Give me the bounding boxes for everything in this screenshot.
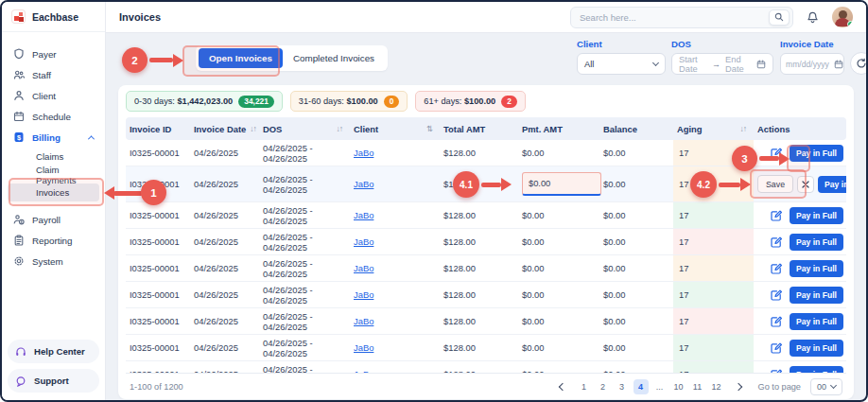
sidebar-item-system[interactable]: System: [8, 251, 99, 271]
pay-in-full-button[interactable]: Pay in Full: [790, 234, 843, 251]
edit-payment-button[interactable]: [768, 260, 784, 276]
cell-actions: Pay in Full: [754, 145, 846, 162]
cell-actions: Pay in Full: [754, 260, 846, 277]
dos-date-range[interactable]: Start Date → End Date: [671, 53, 773, 75]
save-button[interactable]: Save: [757, 175, 793, 193]
user-avatar[interactable]: [832, 7, 853, 27]
cell-balance: $0.00: [599, 263, 673, 273]
cell-invoice-date: 04/26/2025: [190, 263, 259, 273]
cell-pmt-amt: $0.00: [518, 289, 599, 300]
sidebar-item-client[interactable]: Client: [8, 85, 99, 106]
pay-in-full-button[interactable]: Pay in Full: [818, 176, 846, 193]
cell-total-amt: $128.00: [440, 316, 518, 326]
search-input[interactable]: [580, 12, 769, 23]
refresh-icon: [856, 58, 867, 69]
pay-in-full-button[interactable]: Pay in Full: [790, 313, 843, 330]
sort-icon[interactable]: ⇅: [426, 124, 432, 133]
cell-invoice-date: 04/26/2025: [190, 289, 259, 300]
cancel-edit-button[interactable]: [797, 176, 814, 193]
page-number[interactable]: 2: [596, 379, 611, 394]
sidebar-item-label: Claims: [36, 151, 63, 162]
pay-in-full-button[interactable]: Pay in Full: [790, 366, 843, 374]
goto-page-select[interactable]: 00: [810, 378, 842, 395]
page-number[interactable]: 12: [709, 379, 724, 394]
sidebar-item-reporting[interactable]: Reporting: [8, 230, 99, 251]
sidebar-item-payer[interactable]: Payer: [8, 44, 99, 64]
sort-icon[interactable]: ↓↑: [740, 124, 747, 133]
notifications-button[interactable]: [807, 11, 819, 24]
search-button[interactable]: [769, 9, 790, 26]
cell-balance: $0.00: [599, 148, 673, 158]
pay-in-full-button[interactable]: Pay in Full: [790, 145, 843, 162]
page-number[interactable]: 1: [577, 379, 592, 394]
tab-completed-invoices[interactable]: Completed Invoices: [283, 48, 385, 68]
cell-total-amt: $128.00: [440, 289, 518, 300]
invoice-date-input[interactable]: mm/dd/yyyy: [780, 53, 844, 75]
prev-page-button[interactable]: [558, 382, 565, 390]
pay-in-full-button[interactable]: Pay in Full: [790, 287, 843, 304]
sidebar-item-schedule[interactable]: Schedule: [8, 106, 99, 127]
sidebar-item-billing[interactable]: $ Billing: [8, 127, 99, 148]
client-link[interactable]: JaBo: [354, 179, 373, 189]
edit-payment-button[interactable]: [768, 145, 784, 161]
brand-logo: Eachbase: [2, 2, 105, 32]
pay-in-full-button[interactable]: Pay in Full: [790, 260, 843, 277]
table-row: I0325-00001 04/26/2025 04/26/2025 - 04/2…: [126, 361, 846, 373]
calendar-icon: [13, 111, 25, 122]
cell-actions: Save Pay in Full: [754, 175, 846, 193]
online-status-dot: [847, 21, 853, 27]
edit-pencil-icon: [770, 262, 783, 275]
cell-invoice-id: I0325-00001: [126, 179, 190, 189]
sort-icon[interactable]: ↓↑: [250, 124, 256, 133]
cell-total-amt: $128.00: [440, 263, 518, 273]
page-number[interactable]: 3: [615, 379, 630, 394]
close-icon: [802, 181, 809, 188]
col-client: Client⇅: [350, 124, 440, 134]
cell-dos: 04/26/2025 - 04/26/2025: [259, 143, 350, 164]
help-center-button[interactable]: Help Center: [8, 340, 99, 363]
pay-in-full-button[interactable]: Pay in Full: [790, 340, 843, 357]
cell-invoice-id: I0325-00001: [126, 210, 190, 220]
client-filter-select[interactable]: All: [577, 53, 666, 75]
refresh-button[interactable]: [850, 52, 868, 75]
edit-payment-button[interactable]: [768, 340, 784, 356]
edit-payment-button[interactable]: [768, 287, 784, 303]
edit-payment-button[interactable]: [768, 366, 784, 373]
pay-in-full-button[interactable]: Pay in Full: [790, 207, 843, 224]
summary-chip-0-30: 0-30 days: $1,442,023.00 34,221: [126, 91, 283, 112]
client-link[interactable]: JaBo: [354, 316, 373, 326]
sort-icon[interactable]: ↓↑: [337, 124, 343, 133]
page-number[interactable]: 10: [671, 379, 686, 394]
client-link[interactable]: JaBo: [354, 236, 373, 247]
page-ellipsis: ...: [652, 379, 668, 394]
sidebar-item-invoices[interactable]: Invoices: [8, 184, 99, 201]
cell-total-amt: $128.00: [440, 148, 518, 158]
edit-payment-button[interactable]: [768, 207, 784, 223]
filters-row: Open Invoices Completed Invoices Client …: [118, 33, 854, 85]
gear-icon: [13, 255, 25, 267]
sidebar-item-payroll[interactable]: Payroll: [8, 209, 99, 230]
client-link[interactable]: JaBo: [354, 263, 373, 273]
sidebar-item-staff[interactable]: Staff: [8, 64, 99, 85]
sidebar-item-claims[interactable]: Claims: [8, 148, 99, 166]
client-link[interactable]: JaBo: [354, 210, 373, 220]
cell-pmt-amt: $0.00: [518, 236, 599, 247]
cell-aging: 17: [673, 255, 754, 281]
sidebar-item-claim-payments[interactable]: Claim Payments: [8, 166, 99, 184]
tab-open-invoices[interactable]: Open Invoices: [199, 48, 283, 68]
edit-payment-button[interactable]: [768, 313, 784, 329]
page-number[interactable]: 11: [690, 379, 705, 394]
cell-aging: 17: [673, 282, 754, 307]
table-row: I0325-00001 04/26/2025 04/26/2025 - 04/2…: [126, 202, 846, 229]
pmt-amt-input[interactable]: [522, 172, 601, 196]
edit-payment-button[interactable]: [768, 234, 784, 250]
cell-actions: Pay in Full: [754, 340, 846, 357]
client-link[interactable]: JaBo: [354, 289, 373, 300]
next-page-button[interactable]: [734, 382, 741, 390]
sidebar-item-label: Client: [32, 91, 56, 101]
client-link[interactable]: JaBo: [354, 148, 373, 158]
client-link[interactable]: JaBo: [354, 342, 373, 353]
page-number-active[interactable]: 4: [634, 379, 649, 394]
col-actions: Actions: [754, 124, 846, 134]
support-button[interactable]: Support: [8, 369, 99, 393]
